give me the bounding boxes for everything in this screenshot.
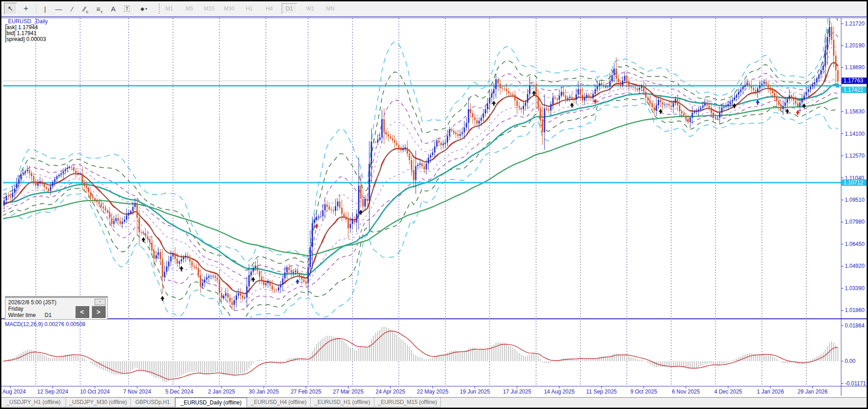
equidistant-channel-tool-button[interactable]: ∕∕E (80, 3, 92, 15)
price-axis[interactable]: 1.217201.201901.186901.171601.156301.141… (841, 20, 867, 387)
svg-text:1.04920: 1.04920 (845, 263, 865, 269)
svg-text:1 Jan 2026: 1 Jan 2026 (757, 389, 784, 395)
svg-text:1.01860: 1.01860 (845, 307, 865, 313)
cursor-icon: ↖ (8, 5, 14, 13)
svg-text:1.17422: 1.17422 (843, 87, 863, 93)
svg-text:30 Jan 2025: 30 Jan 2025 (249, 389, 279, 395)
svg-text:14 Aug 2025: 14 Aug 2025 (544, 389, 575, 395)
svg-text:1.15630: 1.15630 (845, 108, 865, 115)
previous-bar-button[interactable]: < (75, 306, 89, 318)
next-bar-button[interactable]: > (91, 306, 106, 318)
svg-text:-0.01171: -0.01171 (845, 380, 866, 387)
svg-text:1.09510: 1.09510 (845, 197, 865, 203)
chart-tabbar: _USDJPY_H1 (offline) _USDJPY_M30 (offlin… (1, 397, 867, 408)
mt4-window: 1.217201.201901.186901.171601.156301.141… (0, 0, 868, 409)
svg-text:1.17763: 1.17763 (843, 77, 863, 84)
svg-text:5 Dec 2024: 5 Dec 2024 (166, 389, 194, 395)
spread-value: [spread] 0.00003 (5, 36, 48, 42)
svg-text:1.18690: 1.18690 (845, 64, 865, 71)
toolbar: ↖ + | — ∕ ∕∕E ≡F A T ◆▾ M1 M5 M15 M30 H1… (1, 1, 867, 17)
tab-usdjpy-h1[interactable]: _USDJPY_H1 (offline) (1, 398, 66, 407)
svg-text:9 Oct 2025: 9 Oct 2025 (631, 389, 657, 395)
svg-text:27 Feb 2025: 27 Feb 2025 (291, 389, 322, 395)
svg-text:1.06450: 1.06450 (845, 241, 865, 247)
svg-text:1.07980: 1.07980 (845, 219, 865, 225)
tab-usdjpy-m30[interactable]: _USDJPY_M30 (offline) (66, 398, 131, 407)
svg-text:24 Apr 2025: 24 Apr 2025 (376, 389, 405, 395)
svg-text:1.21720: 1.21720 (845, 20, 865, 27)
text-label-icon: T (124, 5, 130, 12)
timeframe-m1-button[interactable]: M1 (161, 3, 177, 14)
bar-session-mode: Winter time (8, 312, 36, 318)
svg-text:1.03390: 1.03390 (845, 285, 865, 291)
date-axis[interactable]: 15 Aug 202412 Sep 202410 Oct 20247 Nov 2… (1, 386, 828, 395)
svg-text:1.14100: 1.14100 (845, 131, 865, 137)
timeframe-m30-button[interactable]: M30 (222, 3, 237, 14)
svg-text:17 Jul 2025: 17 Jul 2025 (503, 389, 531, 395)
timeframe-w1-button[interactable]: W1 (303, 3, 318, 14)
macd-indicator-label: MACD(12,26,9) 0.00276 0.00508 (5, 321, 86, 327)
svg-text:27 Mar 2025: 27 Mar 2025 (333, 389, 364, 395)
tab-eurusd-h4[interactable]: _EURUSD_H4 (offline) (247, 398, 311, 407)
text-icon: A (111, 5, 116, 13)
svg-text:10 Oct 2024: 10 Oct 2024 (80, 389, 110, 395)
svg-text:0.01864: 0.01864 (845, 322, 865, 329)
fibonacci-sub-label: F (101, 10, 103, 14)
channel-sub-label: E (86, 10, 88, 14)
toolbar-separator (36, 4, 36, 14)
symbol-info: _EURUSD_,Daily [ask] 1.17944 [bid] 1.179… (5, 19, 48, 42)
timeframe-mn-button[interactable]: MN (323, 3, 338, 14)
svg-text:11 Sep 2025: 11 Sep 2025 (586, 389, 617, 395)
toolbar-grip[interactable] (159, 4, 161, 14)
vertical-line-icon: | (44, 5, 46, 13)
timeframe-m15-button[interactable]: M15 (202, 3, 217, 14)
tab-eurusd-m15[interactable]: _EURUSD_M15 (offline) (374, 398, 441, 407)
tab-eurusd-daily[interactable]: _EURUSD_Daily (offline) (175, 398, 247, 407)
timeframe-h4-button[interactable]: H4 (262, 3, 277, 14)
bar-info-panel[interactable]: 2026/2/6 5:00 (JST) Friday Winter time D… (5, 296, 108, 320)
svg-text:29 Jan 2026: 29 Jan 2026 (797, 389, 828, 395)
svg-text:15 Aug 2024: 15 Aug 2024 (1, 389, 26, 395)
shapes-tool-button[interactable]: ◆▾ (135, 3, 152, 15)
svg-text:22 May 2025: 22 May 2025 (417, 389, 449, 395)
svg-text:6 Nov 2025: 6 Nov 2025 (672, 389, 700, 395)
svg-text:12 Sep 2024: 12 Sep 2024 (37, 389, 68, 395)
chevron-right-icon: > (96, 308, 101, 316)
equidistant-channel-icon: ∕∕ (83, 5, 86, 13)
text-label-tool-button[interactable]: T (121, 3, 133, 15)
panel-minimize-button[interactable]: - (95, 299, 106, 305)
horizontal-line-tool-button[interactable]: — (52, 3, 65, 15)
tab-gbpusdp-h1[interactable]: GBPUSDp,H1 (131, 398, 175, 407)
trendline-icon: ∕ (72, 5, 73, 13)
crosshair-tool-button[interactable]: + (20, 3, 32, 15)
bar-period: D1 (45, 312, 51, 318)
chevron-down-icon: ▾ (145, 7, 147, 11)
timeframe-h1-button[interactable]: H1 (242, 3, 257, 14)
svg-text:1.20190: 1.20190 (845, 42, 865, 49)
shapes-icon: ◆ (141, 6, 144, 12)
svg-text:1.12570: 1.12570 (845, 153, 865, 159)
text-tool-button[interactable]: A (107, 3, 120, 15)
chevron-left-icon: < (80, 308, 84, 316)
svg-text:4 Dec 2025: 4 Dec 2025 (714, 389, 742, 395)
minus-icon: - (99, 299, 101, 304)
horizontal-line-icon: — (56, 5, 62, 13)
price-chart-canvas[interactable]: 1.217201.201901.186901.171601.156301.141… (1, 1, 867, 408)
timeframe-d1-button[interactable]: D1 (282, 3, 297, 14)
svg-text:7 Nov 2024: 7 Nov 2024 (123, 389, 151, 395)
bar-weekday: Friday (8, 306, 23, 312)
svg-text:0.00: 0.00 (845, 358, 856, 364)
fibonacci-icon: ≡ (96, 5, 101, 13)
crosshair-icon: + (24, 4, 29, 14)
svg-text:1.10712: 1.10712 (843, 179, 863, 186)
svg-text:2 Jan 2025: 2 Jan 2025 (208, 389, 235, 395)
svg-text:19 Jun 2025: 19 Jun 2025 (460, 389, 490, 395)
trendline-tool-button[interactable]: ∕ (66, 3, 79, 15)
cursor-tool-button[interactable]: ↖ (4, 3, 17, 15)
vertical-line-tool-button[interactable]: | (39, 3, 51, 15)
tab-eurusd-h1[interactable]: _EURUSD_H1 (offline) (311, 398, 374, 407)
timeframe-m5-button[interactable]: M5 (182, 3, 197, 14)
fibonacci-tool-button[interactable]: ≡F (93, 3, 106, 15)
bar-datetime: 2026/2/6 5:00 (JST) (8, 299, 56, 306)
